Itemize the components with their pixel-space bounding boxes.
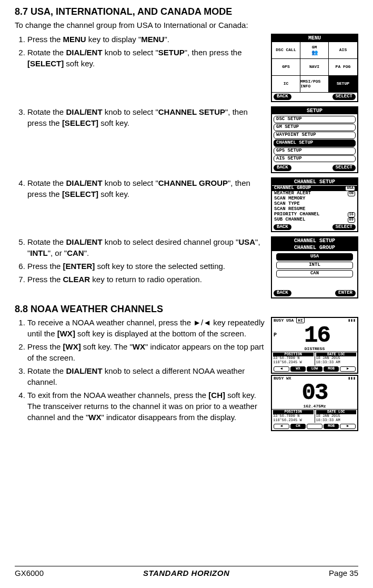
- menu-cell-ais: AIS: [329, 42, 357, 59]
- step-6: Press the [ENTER] soft key to store the …: [27, 261, 267, 272]
- option-intl: INTL: [276, 262, 353, 269]
- people-icon: [311, 50, 318, 56]
- softkey-blank: [307, 424, 322, 429]
- lcd-channel-16-screen: BUSY USA HI ▮▮▮ P 16 DISTRESS POSITION33…: [271, 317, 358, 373]
- step-1: Press the MENU key to display "MENU".: [27, 34, 267, 45]
- lcd-menu-screen: MENU DSC CALL GM AIS GPS NAVI PA FOG IC …: [271, 34, 358, 102]
- softkey-mob[interactable]: MOB: [324, 424, 339, 429]
- s88-step-1: To receive a NOAA weather channel, press…: [27, 317, 267, 339]
- lcd-wx-screen: BUSY WX ▮▮▮ 03 162.475Mz POSITION33°56.7…: [271, 375, 358, 431]
- softkey-back[interactable]: BACK: [274, 224, 291, 231]
- wx-channel-number: 03: [272, 381, 357, 404]
- list-waypoint-setup: WAYPOINT SETUP: [274, 132, 356, 139]
- lcd-subtitle: CHANNEL GROUP: [272, 244, 357, 251]
- menu-cell-mmsi: MMSI/POS INFO: [300, 76, 329, 93]
- lcd-title: CHANNEL SETUP: [272, 178, 357, 185]
- step-5: Rotate the DIAL/ENT knob to select desir…: [27, 236, 267, 258]
- model-number: GX6000: [15, 567, 44, 579]
- lcd-channel-setup-screen: CHANNEL SETUP CHANNEL GROUPUSA WEATHER A…: [271, 177, 358, 232]
- s88-step-4: To exit from the NOAA weather channels, …: [27, 390, 267, 423]
- softkey-ch[interactable]: CH: [290, 424, 306, 429]
- brand-logo: STANDARD HORIZON: [143, 567, 229, 579]
- menu-cell-gm: GM: [300, 42, 329, 59]
- menu-cell-dsc-call: DSC CALL: [272, 42, 300, 59]
- menu-cell-pa-fog: PA FOG: [329, 59, 357, 76]
- lcd-title: SETUP: [272, 107, 357, 114]
- softkey-mob[interactable]: MOB: [324, 366, 339, 372]
- option-usa: USA: [276, 253, 353, 261]
- softkey-back[interactable]: BACK: [274, 165, 291, 171]
- list-gps-setup: GPS SETUP: [274, 147, 356, 155]
- section-8-7-heading: 8.7 USA, INTERNATIONAL, AND CANADA MODE: [15, 5, 358, 18]
- menu-cell-gps: GPS: [272, 59, 300, 76]
- option-can: CAN: [276, 270, 353, 277]
- arrow-left-icon[interactable]: ◀: [274, 424, 289, 429]
- list-gm-setup: GM SETUP: [274, 124, 356, 131]
- list-ais-setup: AIS SETUP: [274, 155, 356, 163]
- softkey-wx[interactable]: WX: [290, 366, 306, 372]
- softkey-back[interactable]: BACK: [274, 94, 291, 100]
- section-8-7-intro: To change the channel group from USA to …: [15, 19, 358, 31]
- section-8-8-heading: 8.8 NOAA WEATHER CHANNELS: [15, 303, 358, 316]
- arrow-right-icon[interactable]: ▶: [340, 366, 356, 372]
- menu-cell-setup: SETUP: [329, 76, 357, 93]
- channel-number: 16: [277, 324, 357, 347]
- signal-icon: ▮▮▮: [348, 376, 356, 381]
- arrow-right-icon[interactable]: ▶: [340, 424, 356, 429]
- step-7: Press the CLEAR key to return to radio o…: [27, 274, 267, 285]
- lcd-channel-group-screen: CHANNEL SETUP CHANNEL GROUP USA INTL CAN…: [271, 236, 358, 298]
- softkey-back[interactable]: BACK: [274, 290, 291, 296]
- arrow-left-icon[interactable]: ◀: [274, 366, 289, 372]
- softkey-select[interactable]: SELECT: [332, 224, 356, 231]
- page-footer: GX6000 STANDARD HORIZON Page 35: [15, 566, 358, 579]
- channel-name: DISTRESS: [272, 347, 357, 352]
- wx-frequency: 162.475Mz: [272, 404, 357, 409]
- softkey-enter[interactable]: ENTER: [335, 290, 356, 296]
- lcd-title: CHANNEL SETUP: [272, 237, 357, 244]
- step-4: Rotate the DIAL/ENT knob to select "CHAN…: [27, 177, 267, 200]
- softkey-select[interactable]: SELECT: [332, 165, 356, 171]
- row-sub-channel: SUB CHANNEL09: [272, 217, 357, 223]
- menu-cell-navi: NAVI: [300, 59, 329, 76]
- lcd-setup-screen: SETUP DSC SETUP GM SETUP WAYPOINT SETUP …: [271, 106, 358, 173]
- priority-indicator: P: [272, 332, 277, 338]
- step-2: Rotate the DIAL/ENT knob to select "SETU…: [27, 47, 267, 69]
- signal-icon: ▮▮▮: [348, 318, 356, 323]
- s88-step-2: Press the [WX] soft key. The "WX" indica…: [27, 341, 267, 363]
- list-dsc-setup: DSC SETUP: [274, 116, 356, 123]
- menu-cell-ic: IC: [272, 76, 300, 93]
- step-3: Rotate the DIAL/ENT knob to select "CHAN…: [27, 106, 267, 128]
- softkey-low[interactable]: LOW: [307, 366, 322, 372]
- s88-step-3: Rotate the DIAL/ENT knob to select a dif…: [27, 365, 267, 387]
- lcd-title: MENU: [272, 35, 357, 42]
- list-channel-setup: CHANNEL SETUP: [274, 139, 356, 147]
- page-number: Page 35: [329, 567, 358, 579]
- softkey-select[interactable]: SELECT: [332, 94, 356, 100]
